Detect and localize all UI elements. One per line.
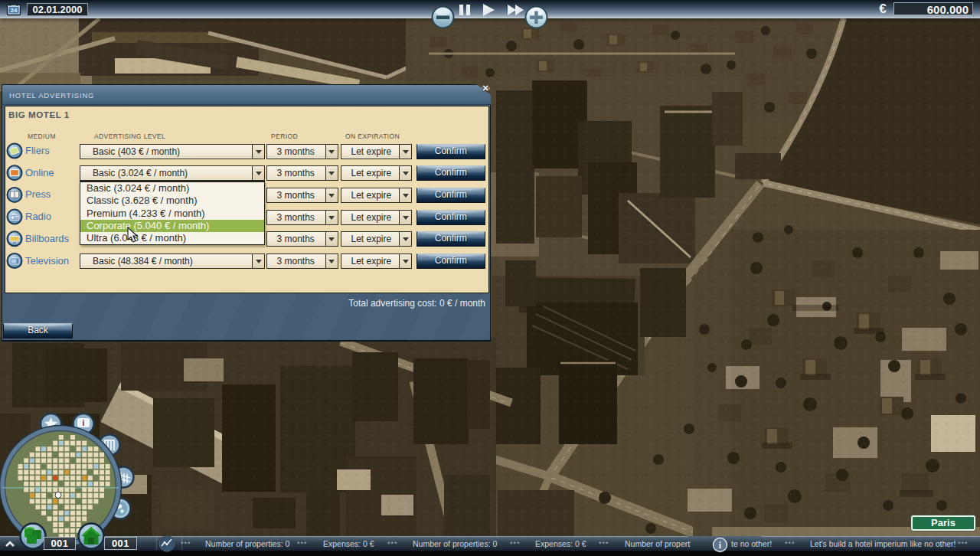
svg-text:24: 24: [11, 7, 18, 14]
svg-text:i: i: [83, 419, 85, 427]
